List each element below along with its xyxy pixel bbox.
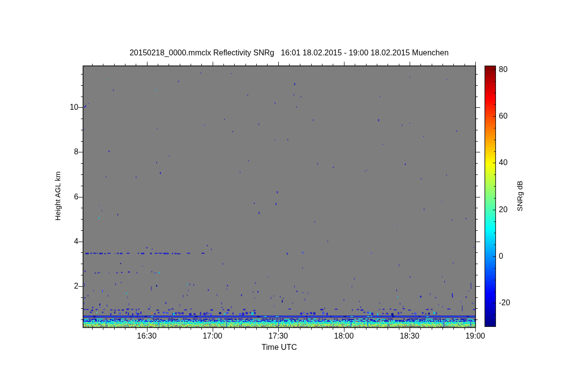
x-axis-tick-label: 19:00 (456, 332, 495, 341)
plot-title: 20150218_0000.mmclx Reflectivity SNRg 16… (74, 49, 505, 57)
y-axis-tick-label: 6 (49, 193, 78, 201)
x-axis-title: Time UTC (230, 343, 328, 352)
y-axis-tick-label: 8 (49, 147, 78, 156)
colorbar-tick-label: 20 (499, 205, 522, 214)
y-axis-tick-label: 4 (49, 237, 78, 246)
x-axis-tick-label: 17:00 (193, 332, 232, 341)
y-axis-tick-label: 2 (49, 282, 78, 291)
x-axis-tick-label: 17:30 (259, 332, 298, 341)
x-axis-tick-label: 16:30 (127, 332, 167, 341)
colorbar-tick-label: 0 (499, 252, 522, 261)
colorbar-tick-label: -20 (499, 298, 522, 307)
colorbar-tick-label: 80 (499, 65, 522, 74)
x-axis-tick-label: 18:00 (324, 332, 364, 341)
y-axis-tick-label: 10 (49, 103, 78, 112)
colorbar-tick-label: 40 (499, 158, 522, 167)
colorbar-axis-title: SNRg dB (515, 167, 525, 225)
x-axis-tick-label: 18:30 (390, 332, 429, 341)
radar-quicklook-page: { "chart_data": { "type": "heatmap", "ti… (0, 0, 588, 392)
colorbar-tick-label: 60 (499, 112, 522, 121)
